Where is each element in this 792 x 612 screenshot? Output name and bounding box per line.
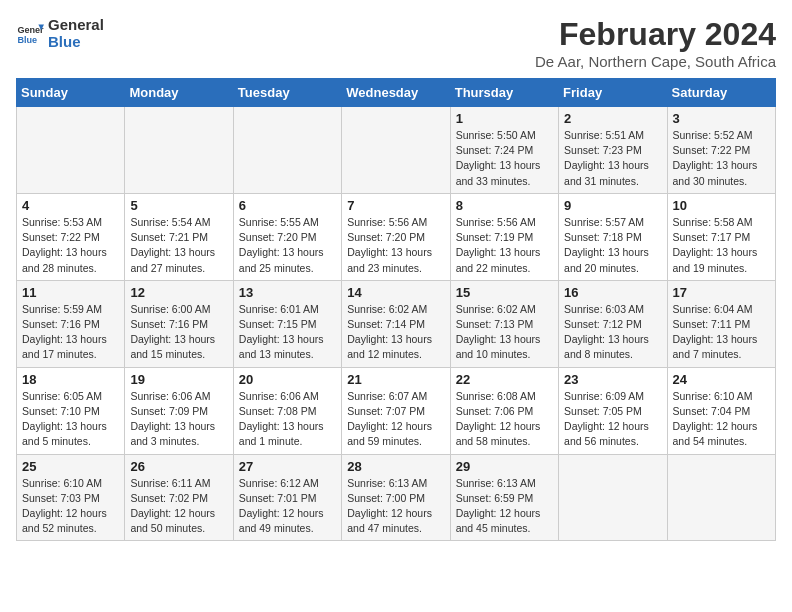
day-info: Sunrise: 5:56 AM Sunset: 7:19 PM Dayligh…: [456, 215, 553, 276]
day-number: 5: [130, 198, 227, 213]
calendar-body: 1Sunrise: 5:50 AM Sunset: 7:24 PM Daylig…: [17, 107, 776, 541]
day-info: Sunrise: 5:57 AM Sunset: 7:18 PM Dayligh…: [564, 215, 661, 276]
calendar-cell: 17Sunrise: 6:04 AM Sunset: 7:11 PM Dayli…: [667, 280, 775, 367]
day-number: 3: [673, 111, 770, 126]
day-number: 26: [130, 459, 227, 474]
day-info: Sunrise: 6:04 AM Sunset: 7:11 PM Dayligh…: [673, 302, 770, 363]
day-number: 4: [22, 198, 119, 213]
calendar-cell: 29Sunrise: 6:13 AM Sunset: 6:59 PM Dayli…: [450, 454, 558, 541]
header-cell: Monday: [125, 79, 233, 107]
day-number: 24: [673, 372, 770, 387]
calendar-cell: 2Sunrise: 5:51 AM Sunset: 7:23 PM Daylig…: [559, 107, 667, 194]
day-number: 28: [347, 459, 444, 474]
calendar-cell: 6Sunrise: 5:55 AM Sunset: 7:20 PM Daylig…: [233, 193, 341, 280]
day-info: Sunrise: 6:13 AM Sunset: 7:00 PM Dayligh…: [347, 476, 444, 537]
day-number: 14: [347, 285, 444, 300]
day-number: 23: [564, 372, 661, 387]
calendar-cell: [667, 454, 775, 541]
day-info: Sunrise: 6:02 AM Sunset: 7:14 PM Dayligh…: [347, 302, 444, 363]
title-area: February 2024 De Aar, Northern Cape, Sou…: [535, 16, 776, 70]
day-info: Sunrise: 6:11 AM Sunset: 7:02 PM Dayligh…: [130, 476, 227, 537]
day-info: Sunrise: 5:58 AM Sunset: 7:17 PM Dayligh…: [673, 215, 770, 276]
calendar-cell: [342, 107, 450, 194]
calendar-week-row: 4Sunrise: 5:53 AM Sunset: 7:22 PM Daylig…: [17, 193, 776, 280]
calendar-cell: 26Sunrise: 6:11 AM Sunset: 7:02 PM Dayli…: [125, 454, 233, 541]
calendar-cell: [17, 107, 125, 194]
calendar-cell: 28Sunrise: 6:13 AM Sunset: 7:00 PM Dayli…: [342, 454, 450, 541]
calendar-cell: 25Sunrise: 6:10 AM Sunset: 7:03 PM Dayli…: [17, 454, 125, 541]
calendar-week-row: 18Sunrise: 6:05 AM Sunset: 7:10 PM Dayli…: [17, 367, 776, 454]
calendar-cell: 27Sunrise: 6:12 AM Sunset: 7:01 PM Dayli…: [233, 454, 341, 541]
calendar-cell: 7Sunrise: 5:56 AM Sunset: 7:20 PM Daylig…: [342, 193, 450, 280]
calendar-cell: 21Sunrise: 6:07 AM Sunset: 7:07 PM Dayli…: [342, 367, 450, 454]
header-cell: Thursday: [450, 79, 558, 107]
day-number: 7: [347, 198, 444, 213]
calendar-cell: 5Sunrise: 5:54 AM Sunset: 7:21 PM Daylig…: [125, 193, 233, 280]
day-info: Sunrise: 5:56 AM Sunset: 7:20 PM Dayligh…: [347, 215, 444, 276]
calendar-cell: 10Sunrise: 5:58 AM Sunset: 7:17 PM Dayli…: [667, 193, 775, 280]
calendar-week-row: 25Sunrise: 6:10 AM Sunset: 7:03 PM Dayli…: [17, 454, 776, 541]
calendar-cell: 11Sunrise: 5:59 AM Sunset: 7:16 PM Dayli…: [17, 280, 125, 367]
day-number: 13: [239, 285, 336, 300]
day-number: 22: [456, 372, 553, 387]
calendar-week-row: 11Sunrise: 5:59 AM Sunset: 7:16 PM Dayli…: [17, 280, 776, 367]
day-number: 21: [347, 372, 444, 387]
calendar-cell: 4Sunrise: 5:53 AM Sunset: 7:22 PM Daylig…: [17, 193, 125, 280]
calendar-cell: 13Sunrise: 6:01 AM Sunset: 7:15 PM Dayli…: [233, 280, 341, 367]
day-info: Sunrise: 6:13 AM Sunset: 6:59 PM Dayligh…: [456, 476, 553, 537]
calendar-cell: 18Sunrise: 6:05 AM Sunset: 7:10 PM Dayli…: [17, 367, 125, 454]
calendar-cell: 16Sunrise: 6:03 AM Sunset: 7:12 PM Dayli…: [559, 280, 667, 367]
header-cell: Saturday: [667, 79, 775, 107]
calendar-week-row: 1Sunrise: 5:50 AM Sunset: 7:24 PM Daylig…: [17, 107, 776, 194]
day-info: Sunrise: 5:53 AM Sunset: 7:22 PM Dayligh…: [22, 215, 119, 276]
main-title: February 2024: [535, 16, 776, 53]
day-number: 10: [673, 198, 770, 213]
day-info: Sunrise: 6:06 AM Sunset: 7:08 PM Dayligh…: [239, 389, 336, 450]
day-info: Sunrise: 6:12 AM Sunset: 7:01 PM Dayligh…: [239, 476, 336, 537]
calendar-cell: 22Sunrise: 6:08 AM Sunset: 7:06 PM Dayli…: [450, 367, 558, 454]
day-info: Sunrise: 6:10 AM Sunset: 7:03 PM Dayligh…: [22, 476, 119, 537]
calendar-cell: [559, 454, 667, 541]
header-cell: Friday: [559, 79, 667, 107]
day-number: 25: [22, 459, 119, 474]
day-number: 12: [130, 285, 227, 300]
day-info: Sunrise: 6:05 AM Sunset: 7:10 PM Dayligh…: [22, 389, 119, 450]
calendar-cell: [125, 107, 233, 194]
day-info: Sunrise: 6:07 AM Sunset: 7:07 PM Dayligh…: [347, 389, 444, 450]
day-info: Sunrise: 6:09 AM Sunset: 7:05 PM Dayligh…: [564, 389, 661, 450]
day-number: 27: [239, 459, 336, 474]
header-cell: Wednesday: [342, 79, 450, 107]
calendar-header-row: SundayMondayTuesdayWednesdayThursdayFrid…: [17, 79, 776, 107]
calendar-cell: 12Sunrise: 6:00 AM Sunset: 7:16 PM Dayli…: [125, 280, 233, 367]
day-number: 11: [22, 285, 119, 300]
day-number: 18: [22, 372, 119, 387]
day-info: Sunrise: 5:50 AM Sunset: 7:24 PM Dayligh…: [456, 128, 553, 189]
calendar-cell: 3Sunrise: 5:52 AM Sunset: 7:22 PM Daylig…: [667, 107, 775, 194]
header-cell: Sunday: [17, 79, 125, 107]
day-number: 1: [456, 111, 553, 126]
svg-text:Blue: Blue: [17, 35, 37, 45]
day-info: Sunrise: 5:54 AM Sunset: 7:21 PM Dayligh…: [130, 215, 227, 276]
day-info: Sunrise: 6:01 AM Sunset: 7:15 PM Dayligh…: [239, 302, 336, 363]
subtitle: De Aar, Northern Cape, South Africa: [535, 53, 776, 70]
calendar-cell: 23Sunrise: 6:09 AM Sunset: 7:05 PM Dayli…: [559, 367, 667, 454]
calendar-cell: 9Sunrise: 5:57 AM Sunset: 7:18 PM Daylig…: [559, 193, 667, 280]
calendar-cell: 8Sunrise: 5:56 AM Sunset: 7:19 PM Daylig…: [450, 193, 558, 280]
day-info: Sunrise: 5:51 AM Sunset: 7:23 PM Dayligh…: [564, 128, 661, 189]
calendar-cell: 19Sunrise: 6:06 AM Sunset: 7:09 PM Dayli…: [125, 367, 233, 454]
day-number: 15: [456, 285, 553, 300]
logo: General Blue General Blue: [16, 16, 104, 50]
logo-line2: Blue: [48, 33, 104, 50]
day-number: 20: [239, 372, 336, 387]
day-number: 19: [130, 372, 227, 387]
calendar-table: SundayMondayTuesdayWednesdayThursdayFrid…: [16, 78, 776, 541]
day-info: Sunrise: 6:00 AM Sunset: 7:16 PM Dayligh…: [130, 302, 227, 363]
day-info: Sunrise: 6:08 AM Sunset: 7:06 PM Dayligh…: [456, 389, 553, 450]
calendar-cell: 14Sunrise: 6:02 AM Sunset: 7:14 PM Dayli…: [342, 280, 450, 367]
calendar-cell: [233, 107, 341, 194]
day-number: 17: [673, 285, 770, 300]
calendar-cell: 15Sunrise: 6:02 AM Sunset: 7:13 PM Dayli…: [450, 280, 558, 367]
day-info: Sunrise: 5:55 AM Sunset: 7:20 PM Dayligh…: [239, 215, 336, 276]
day-info: Sunrise: 5:59 AM Sunset: 7:16 PM Dayligh…: [22, 302, 119, 363]
day-info: Sunrise: 5:52 AM Sunset: 7:22 PM Dayligh…: [673, 128, 770, 189]
